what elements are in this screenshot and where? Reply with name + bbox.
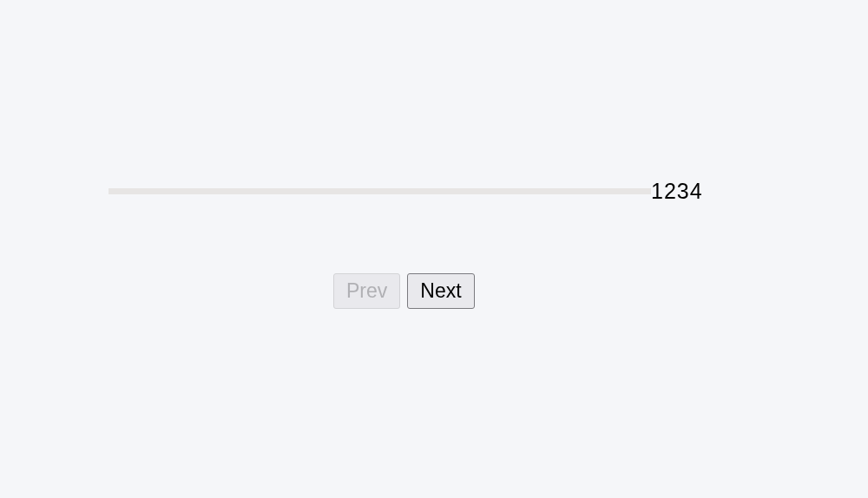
steps-container: 1234 — [108, 179, 760, 204]
progress-bar — [108, 188, 651, 194]
button-container: Prev Next — [333, 273, 475, 309]
prev-button: Prev — [333, 273, 400, 309]
step-numbers: 1234 — [651, 179, 703, 204]
next-button[interactable]: Next — [407, 273, 474, 309]
